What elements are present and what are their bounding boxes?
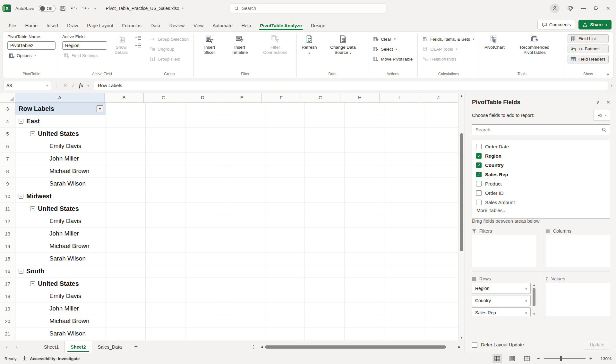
grid-cell[interactable] (384, 165, 424, 177)
grid-cell[interactable] (185, 252, 225, 265)
grid-cell[interactable] (185, 277, 225, 290)
update-button[interactable]: Update (584, 340, 610, 350)
grid-cell[interactable] (345, 178, 384, 190)
account-avatar[interactable] (550, 4, 560, 13)
row-header-15[interactable]: 15 (0, 252, 15, 265)
ribbon-tab-insert[interactable]: Insert (42, 21, 62, 31)
field-checkbox[interactable] (476, 144, 482, 149)
grid-cell[interactable] (185, 215, 225, 227)
grid-cell[interactable] (225, 290, 265, 302)
grid-cell[interactable] (384, 252, 424, 265)
grid-cell[interactable] (265, 178, 305, 190)
grid-cell[interactable] (345, 315, 384, 327)
filters-area[interactable]: Filters (472, 227, 541, 271)
collapse-button[interactable]: − (19, 119, 23, 124)
rows-area-scrollbar[interactable]: ▲ ▼ (532, 283, 536, 316)
column-header-D[interactable]: D (183, 93, 222, 102)
grid-cell[interactable] (146, 128, 185, 140)
grid-cell[interactable] (265, 302, 305, 315)
columns-area[interactable]: Columns (541, 227, 611, 271)
grid-cell[interactable] (106, 290, 146, 302)
grid-cell[interactable] (345, 302, 384, 315)
formula-input[interactable]: Row Labels (94, 81, 608, 90)
grid-cell[interactable] (424, 190, 458, 202)
row-header-19[interactable]: 19 (0, 302, 15, 315)
ribbon-tab-design[interactable]: Design (307, 21, 329, 31)
grid-cell[interactable] (305, 215, 345, 227)
grid-cell[interactable] (265, 103, 305, 115)
page-break-view-button[interactable] (522, 354, 532, 363)
grid-cell[interactable] (345, 128, 384, 140)
grid-cell[interactable] (305, 277, 345, 290)
page-layout-view-button[interactable] (507, 354, 517, 363)
olap-tools-button[interactable]: OLAP Tools∨ (421, 45, 476, 53)
column-header-E[interactable]: E (222, 93, 261, 102)
grid-cell[interactable] (146, 115, 185, 127)
grid-cell[interactable] (424, 215, 458, 227)
grid-cell[interactable] (146, 153, 185, 165)
grid-cell[interactable] (146, 228, 185, 240)
grid-cell[interactable] (345, 290, 384, 302)
cell-A5[interactable]: −United States (15, 128, 106, 140)
save-icon[interactable] (60, 5, 66, 11)
column-header-A[interactable]: A (15, 93, 104, 102)
recommended-pivottables-button[interactable]: ? Recommended PivotTables (509, 34, 561, 56)
grid-cell[interactable] (225, 252, 265, 265)
customize-toolbar-icon[interactable]: ∨ (94, 7, 96, 10)
cell-A20[interactable]: Michael Brown (15, 315, 106, 327)
grid-cell[interactable] (424, 203, 458, 215)
show-details-button[interactable]: Show Details (110, 34, 133, 56)
grid-cell[interactable] (424, 290, 458, 302)
ribbon-tab-data[interactable]: Data (146, 21, 165, 31)
grid-cell[interactable] (345, 265, 384, 277)
row-header-5[interactable]: 5 (0, 128, 15, 140)
active-field-input[interactable]: Region (62, 41, 107, 50)
grid-cell[interactable] (424, 302, 458, 315)
grid-cell[interactable] (225, 190, 265, 202)
row-header-17[interactable]: 17 (0, 277, 15, 290)
vertical-scroll-thumb[interactable] (460, 133, 463, 251)
grid-cell[interactable] (384, 290, 424, 302)
grid-cell[interactable] (424, 103, 458, 115)
cell-A7[interactable]: John Miller (15, 153, 106, 165)
grid-cell[interactable] (384, 190, 424, 202)
field-checkbox[interactable]: ✓ (476, 162, 482, 168)
grid-cell[interactable] (384, 128, 424, 140)
horizontal-scrollbar[interactable]: ◀ ▶ (259, 341, 465, 353)
grid-cell[interactable] (225, 153, 265, 165)
zoom-slider-thumb[interactable] (560, 356, 562, 361)
plus-minus-buttons-toggle[interactable]: +/- Buttons (568, 45, 609, 53)
features-gem-icon[interactable] (567, 5, 573, 12)
field-list-toggle[interactable]: Field List (568, 34, 609, 43)
group-field-button[interactable]: 7 Group Field (148, 55, 190, 63)
grid-cell[interactable] (305, 228, 345, 240)
grid-cell[interactable] (305, 315, 345, 327)
scroll-left-icon[interactable]: ◀ (261, 345, 263, 349)
grid-cell[interactable] (185, 290, 225, 302)
grid-cell[interactable] (265, 115, 305, 127)
grid-cell[interactable] (265, 327, 305, 340)
grid-cell[interactable] (106, 315, 146, 327)
grid-cell[interactable] (106, 277, 146, 290)
grid-cell[interactable] (146, 190, 185, 202)
collapse-button[interactable]: − (30, 131, 35, 136)
field-checkbox[interactable] (476, 200, 482, 205)
change-data-source-button[interactable]: Change Data Source ∨ (321, 34, 365, 56)
row-labels-filter-button[interactable]: ▾ (97, 105, 103, 112)
grid-cell[interactable] (305, 203, 345, 215)
relationships-button[interactable]: Relationships (421, 55, 476, 63)
grid-cell[interactable] (384, 327, 424, 340)
grid-cell[interactable] (265, 252, 305, 265)
column-header-H[interactable]: H (340, 93, 380, 102)
grid-cell[interactable] (225, 215, 265, 227)
grid-cell[interactable] (384, 315, 424, 327)
grid-cell[interactable] (225, 165, 265, 177)
grid-cell[interactable] (146, 215, 185, 227)
collapse-button[interactable]: − (30, 281, 35, 286)
column-header-B[interactable]: B (105, 93, 144, 102)
ribbon-tab-file[interactable]: File (4, 21, 20, 31)
autosave-toggle[interactable]: Off (39, 5, 56, 12)
row-header-10[interactable]: 10 (0, 190, 15, 202)
drag-handle-icon[interactable]: ⋮ (54, 83, 59, 88)
clear-button[interactable]: Clear∨ (372, 35, 414, 43)
